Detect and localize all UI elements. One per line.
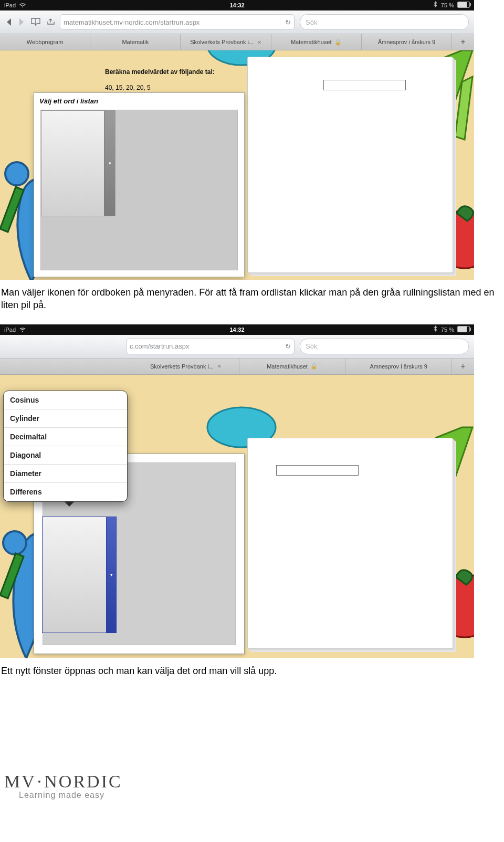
- wifi-icon: [19, 1, 26, 11]
- reload-icon[interactable]: ↻: [285, 342, 291, 350]
- tab-matematikhuset[interactable]: Matematikhuset🔒: [271, 34, 362, 50]
- bookmarks-icon[interactable]: [30, 17, 41, 27]
- tab-skolverket[interactable]: Skolverkets Provbank i...×: [133, 359, 239, 374]
- url-text: c.com/startrun.aspx: [130, 342, 285, 350]
- tab-label: Matematik: [122, 39, 149, 45]
- word-panel-title: Välj ett ord i listan: [34, 93, 244, 109]
- chevron-down-icon: ▾: [109, 161, 111, 166]
- tab-strip: Webbprogram Matematik Skolverkets Provba…: [0, 34, 474, 50]
- word-panel-body: ▾: [40, 110, 238, 270]
- address-bar[interactable]: matematikhuset.mv-nordic.com/startrun.as…: [60, 14, 295, 30]
- answer-input[interactable]: [276, 465, 359, 476]
- status-device: iPad: [4, 0, 26, 11]
- close-icon[interactable]: ×: [257, 38, 261, 46]
- device-label: iPad: [4, 327, 16, 333]
- dropdown-scroll-track[interactable]: ▾: [104, 111, 115, 216]
- tab-skolverket[interactable]: Skolverkets Provbank i...×: [181, 34, 271, 50]
- back-button[interactable]: [5, 18, 13, 26]
- bluetooth-icon: [434, 2, 439, 8]
- share-icon[interactable]: [46, 17, 55, 27]
- dropdown-scroll-track[interactable]: ▾: [106, 517, 116, 633]
- popover-item-label: Differens: [10, 488, 42, 496]
- brand-tagline: Learning made easy: [19, 791, 504, 800]
- ios-status-bar: iPad 14:32 75 %: [0, 324, 474, 335]
- search-field[interactable]: Sök: [300, 339, 469, 354]
- bluetooth-icon: [434, 327, 439, 333]
- popover-item-label: Diameter: [10, 469, 41, 478]
- browser-toolbar: c.com/startrun.aspx ↻ Sök: [0, 335, 474, 359]
- tab-matematik[interactable]: Matematik: [90, 34, 181, 50]
- new-tab-button[interactable]: +: [452, 359, 474, 374]
- popover-item[interactable]: Cosinus: [4, 391, 127, 409]
- forward-button[interactable]: [18, 18, 25, 26]
- popover-item[interactable]: Diameter: [4, 465, 127, 483]
- tab-label: Webbprogram: [27, 39, 64, 45]
- question-numbers: 40, 15, 20, 20, 5: [105, 84, 151, 91]
- search-field[interactable]: Sök: [300, 14, 469, 30]
- tab-label: Matematikhuset: [291, 39, 332, 45]
- reload-icon[interactable]: ↻: [285, 18, 291, 26]
- battery-percent: 75 %: [441, 327, 454, 333]
- popover-item-label: Diagonal: [10, 451, 41, 459]
- question-prompt: Beräkna medelvärdet av följande tal:: [105, 68, 215, 76]
- tab-strip: Skolverkets Provbank i...× Matematikhuse…: [0, 359, 474, 375]
- battery-icon: [457, 2, 470, 8]
- tab-webbprogram[interactable]: Webbprogram: [0, 34, 90, 50]
- word-dropdown[interactable]: ▾: [41, 110, 116, 216]
- status-time: 14:32: [229, 0, 244, 10]
- search-placeholder: Sök: [306, 18, 317, 26]
- tab-label: Ämnesprov i årskurs 9: [378, 39, 435, 45]
- close-icon[interactable]: ×: [217, 362, 222, 370]
- tab-label: Skolverkets Provbank i...: [150, 363, 214, 370]
- screenshot-1: iPad 14:32 75 % matematikhuset.mv-no: [0, 0, 474, 280]
- status-right: 75 %: [434, 0, 470, 10]
- popover-tail: [64, 501, 75, 507]
- screenshot-2: iPad 14:32 75 % c.com/startrun.aspx ↻ Sö…: [0, 324, 474, 658]
- answer-input[interactable]: [323, 80, 406, 90]
- popover-item-label: Decimaltal: [10, 433, 47, 441]
- status-right: 75 %: [434, 324, 470, 335]
- tab-label: Ämnesprov i årskurs 9: [370, 363, 427, 370]
- browser-toolbar: matematikhuset.mv-nordic.com/startrun.as…: [0, 10, 474, 34]
- url-text: matematikhuset.mv-nordic.com/startrun.as…: [64, 18, 285, 26]
- battery-percent: 75 %: [441, 2, 454, 8]
- popover-item-label: Cosinus: [10, 396, 39, 404]
- brand-logo: MV·NORDIC: [4, 772, 504, 792]
- battery-icon: [457, 326, 470, 332]
- word-panel: Välj ett ord i listan ▾: [34, 92, 245, 277]
- popover-item[interactable]: Differens: [4, 483, 127, 501]
- status-time: 14:32: [229, 324, 244, 335]
- svg-point-1: [5, 162, 28, 185]
- status-device: iPad: [4, 324, 26, 335]
- address-bar[interactable]: c.com/startrun.aspx ↻: [126, 339, 295, 354]
- word-popover: Cosinus Cylinder Decimaltal Diagonal Dia…: [3, 391, 128, 502]
- device-label: iPad: [4, 2, 16, 8]
- lock-icon: 🔒: [310, 363, 318, 370]
- popover-item[interactable]: Cylinder: [4, 409, 127, 428]
- lock-icon: 🔒: [334, 39, 342, 46]
- svg-point-4: [3, 531, 26, 554]
- search-placeholder: Sök: [306, 342, 317, 350]
- chevron-down-icon: ▾: [110, 572, 113, 577]
- footer: MV·NORDIC Learning made easy: [0, 772, 504, 811]
- caption-1: Man väljer ikonen för ordboken på menyra…: [1, 286, 504, 312]
- tab-matematikhuset[interactable]: Matematikhuset🔒: [239, 359, 346, 374]
- tab-label: Matematikhuset: [267, 363, 308, 370]
- popover-item[interactable]: Decimaltal: [4, 428, 127, 446]
- popover-item-label: Cylinder: [10, 414, 39, 423]
- tab-amnesprov[interactable]: Ämnesprov i årskurs 9: [362, 34, 452, 50]
- word-dropdown[interactable]: ▾: [42, 517, 117, 633]
- ios-status-bar: iPad 14:32 75 %: [0, 0, 474, 10]
- popover-item[interactable]: Diagonal: [4, 446, 127, 465]
- new-tab-button[interactable]: +: [452, 34, 474, 50]
- app-content: Beräkna medelvärdet av följande tal: 40,…: [0, 50, 474, 280]
- wifi-icon: [19, 325, 26, 335]
- caption-2: Ett nytt fönster öppnas och man kan välj…: [1, 665, 504, 677]
- tab-label: Skolverkets Provbank i...: [190, 39, 254, 45]
- tab-amnesprov[interactable]: Ämnesprov i årskurs 9: [345, 359, 452, 374]
- app-content: de tal: ▾ Cosinus Cylinder Decimaltal Di…: [0, 375, 474, 658]
